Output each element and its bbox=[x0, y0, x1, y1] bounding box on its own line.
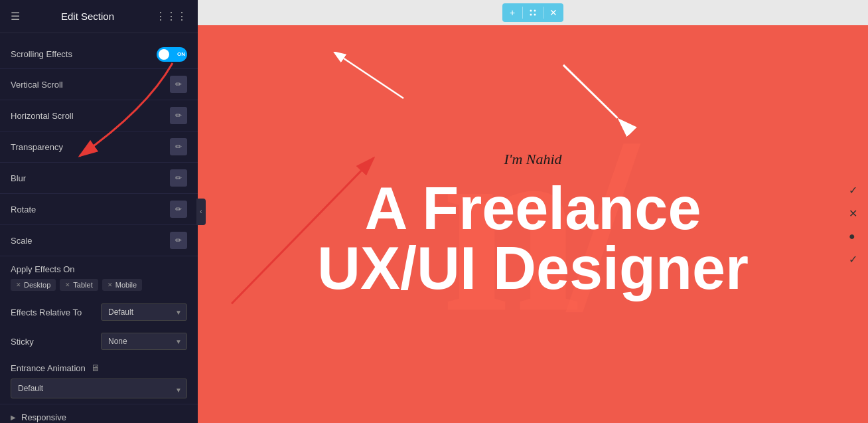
tablet-tag-label: Tablet bbox=[73, 281, 92, 289]
hero-content: I'm Nahid A Freelance UX/UI Designer bbox=[317, 151, 749, 298]
horizontal-scroll-row: Horizontal Scroll ✏ bbox=[0, 100, 198, 131]
collapse-handle[interactable]: ‹ bbox=[196, 199, 206, 225]
effects-relative-row: Effects Relative To Default Viewport Pag… bbox=[0, 297, 198, 327]
horizontal-scroll-label: Horizontal Scroll bbox=[11, 111, 74, 121]
right-check2-icon[interactable]: ✓ bbox=[849, 252, 857, 265]
sticky-label: Sticky bbox=[11, 337, 34, 347]
transparency-edit-button[interactable]: ✏ bbox=[170, 138, 187, 155]
entrance-select[interactable]: Default Fade In Slide In bbox=[11, 379, 187, 398]
responsive-chevron-icon: ▶ bbox=[11, 414, 16, 421]
tablet-tag[interactable]: ✕ Tablet bbox=[60, 279, 98, 291]
main-area: ‹ + ✕ n/ I'm Nahid A Freelance bbox=[198, 0, 868, 423]
desktop-tag[interactable]: ✕ Desktop bbox=[11, 279, 56, 291]
apply-effects-label: Apply Effects On bbox=[11, 264, 75, 274]
panel-header: ☰ Edit Section ⋮⋮⋮ bbox=[0, 0, 198, 33]
toolbar-close-button[interactable]: ✕ bbox=[543, 3, 563, 22]
sticky-select[interactable]: None Top Bottom bbox=[101, 333, 187, 350]
effects-relative-label: Effects Relative To bbox=[11, 307, 82, 317]
svg-point-3 bbox=[534, 14, 536, 16]
scrolling-effects-label: Scrolling Effects bbox=[11, 49, 72, 59]
right-check-icon[interactable]: ✓ bbox=[849, 183, 857, 196]
canvas-area: n/ I'm Nahid A Freelance UX/UI Designer bbox=[198, 25, 868, 423]
svg-point-1 bbox=[534, 10, 536, 12]
right-close-icon[interactable]: ✕ bbox=[849, 207, 857, 219]
scrolling-effects-toggle[interactable]: ON bbox=[157, 47, 187, 62]
transparency-label: Transparency bbox=[11, 142, 63, 152]
right-icons: ✓ ✕ ● ✓ bbox=[849, 183, 857, 265]
svg-line-9 bbox=[344, 58, 403, 98]
floating-toolbar: + ✕ bbox=[502, 3, 563, 22]
toggle-on-label: ON bbox=[173, 51, 185, 57]
svg-point-0 bbox=[530, 10, 532, 12]
hamburger-icon[interactable]: ☰ bbox=[11, 10, 20, 23]
monitor-icon: 🖥 bbox=[91, 363, 100, 373]
rotate-row: Rotate ✏ bbox=[0, 194, 198, 225]
top-bar: + ✕ bbox=[198, 0, 868, 25]
svg-point-2 bbox=[530, 14, 532, 16]
desktop-tag-label: Desktop bbox=[24, 281, 50, 289]
panel-content: Scrolling Effects ON Vertical Scroll ✏ H… bbox=[0, 33, 198, 423]
mobile-tag[interactable]: ✕ Mobile bbox=[102, 279, 142, 291]
sticky-row: Sticky None Top Bottom ▼ bbox=[0, 327, 198, 356]
panel-title: Edit Section bbox=[61, 11, 114, 22]
horizontal-scroll-edit-button[interactable]: ✏ bbox=[170, 107, 187, 124]
hero-subtitle: I'm Nahid bbox=[317, 151, 749, 168]
effects-relative-select-wrapper: Default Viewport Page ▼ bbox=[101, 303, 187, 321]
responsive-label: Responsive bbox=[21, 412, 66, 422]
white-arrow-svg bbox=[330, 52, 410, 105]
toolbar-add-button[interactable]: + bbox=[502, 3, 522, 22]
effects-relative-select[interactable]: Default Viewport Page bbox=[101, 303, 187, 321]
transparency-row: Transparency ✏ bbox=[0, 131, 198, 163]
grid-icon[interactable]: ⋮⋮⋮ bbox=[155, 10, 187, 23]
blur-label: Blur bbox=[11, 173, 26, 183]
mobile-tag-remove[interactable]: ✕ bbox=[108, 282, 113, 288]
tablet-tag-remove[interactable]: ✕ bbox=[65, 282, 70, 288]
blur-edit-button[interactable]: ✏ bbox=[170, 169, 187, 187]
blur-row: Blur ✏ bbox=[0, 163, 198, 194]
rotate-label: Rotate bbox=[11, 205, 36, 214]
right-circle-icon[interactable]: ● bbox=[849, 230, 857, 242]
scale-row: Scale ✏ bbox=[0, 225, 198, 256]
scrolling-effects-row: Scrolling Effects ON bbox=[0, 40, 198, 69]
mobile-tag-label: Mobile bbox=[115, 281, 137, 289]
left-panel: ☰ Edit Section ⋮⋮⋮ Scrolling Effects ON … bbox=[0, 0, 198, 423]
tags-row: ✕ Desktop ✕ Tablet ✕ Mobile bbox=[0, 275, 198, 297]
hero-section: n/ I'm Nahid A Freelance UX/UI Designer bbox=[198, 25, 868, 423]
apply-effects-section: Apply Effects On bbox=[0, 256, 198, 275]
scale-edit-button[interactable]: ✏ bbox=[170, 232, 187, 249]
desktop-tag-remove[interactable]: ✕ bbox=[16, 282, 21, 288]
toolbar-move-button[interactable] bbox=[523, 3, 543, 22]
responsive-row[interactable]: ▶ Responsive bbox=[0, 404, 198, 423]
entrance-select-wrapper: Default Fade In Slide In ▼ bbox=[0, 376, 198, 404]
sticky-select-wrapper: None Top Bottom ▼ bbox=[101, 333, 187, 350]
svg-line-7 bbox=[563, 65, 618, 118]
rotate-edit-button[interactable]: ✏ bbox=[170, 201, 187, 218]
entrance-animation-row: Entrance Animation 🖥 bbox=[0, 356, 198, 376]
vertical-scroll-edit-button[interactable]: ✏ bbox=[170, 76, 187, 93]
vertical-scroll-label: Vertical Scroll bbox=[11, 80, 63, 90]
entrance-animation-label: Entrance Animation bbox=[11, 363, 86, 373]
vertical-scroll-row: Vertical Scroll ✏ bbox=[0, 69, 198, 100]
scale-label: Scale bbox=[11, 236, 33, 246]
hero-title: A Freelance UX/UI Designer bbox=[317, 179, 749, 298]
